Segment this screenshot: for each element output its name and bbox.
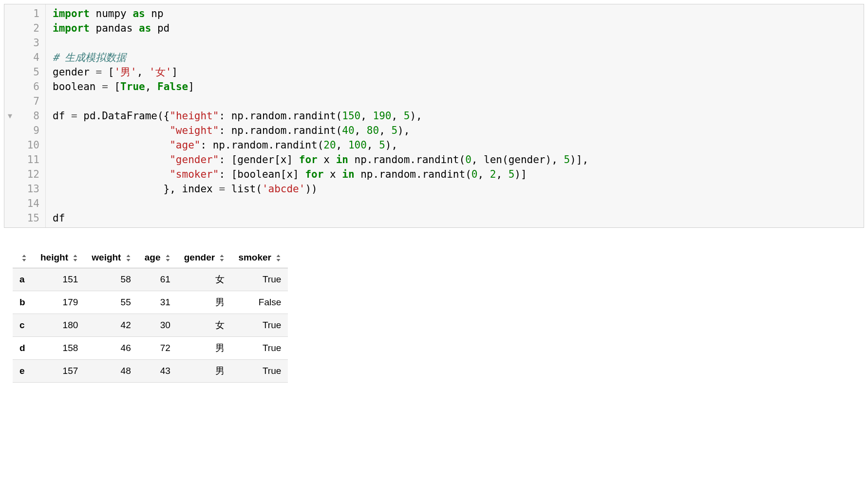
line-number: 10 (4, 138, 45, 152)
cell-age: 72 (138, 337, 177, 360)
column-header-weight[interactable]: weight (85, 247, 137, 268)
cell-smoker: True (231, 268, 288, 291)
row-index: a (13, 268, 34, 291)
row-index: b (13, 291, 34, 314)
cell-age: 31 (138, 291, 177, 314)
index-header[interactable] (13, 247, 34, 268)
line-number: 7 (4, 94, 45, 109)
line-number: 1 (4, 6, 45, 21)
table-row: c1804230女True (13, 314, 288, 337)
row-index: d (13, 337, 34, 360)
sort-icon[interactable] (126, 254, 131, 262)
cell-weight: 58 (85, 268, 137, 291)
column-header-gender[interactable]: gender (177, 247, 232, 268)
line-number: ▼8 (4, 109, 45, 123)
cell-height: 180 (34, 314, 85, 337)
column-header-height[interactable]: height (34, 247, 85, 268)
line-number: 12 (4, 167, 45, 182)
dataframe-output: height weight age gender smoker a1515861… (13, 247, 864, 383)
sort-icon[interactable] (276, 254, 281, 262)
cell-weight: 42 (85, 314, 137, 337)
table-row: b1795531男False (13, 291, 288, 314)
line-number: 5 (4, 65, 45, 79)
cell-smoker: True (231, 337, 288, 360)
code-editor[interactable]: import numpy as np import pandas as pd #… (46, 4, 864, 227)
cell-gender: 女 (177, 268, 232, 291)
cell-height: 157 (34, 360, 85, 383)
sort-icon[interactable] (219, 254, 225, 262)
cell-smoker: False (231, 291, 288, 314)
line-number: 15 (4, 211, 45, 225)
cell-weight: 48 (85, 360, 137, 383)
code-cell: 1 2 3 4 5 6 7 ▼8 9 10 11 12 13 14 15 imp… (4, 4, 864, 228)
line-number: 6 (4, 79, 45, 94)
table-row: e1574843男True (13, 360, 288, 383)
row-index: c (13, 314, 34, 337)
cell-height: 179 (34, 291, 85, 314)
line-gutter: 1 2 3 4 5 6 7 ▼8 9 10 11 12 13 14 15 (4, 4, 46, 227)
dataframe-table: height weight age gender smoker a1515861… (13, 247, 288, 383)
line-number: 9 (4, 123, 45, 138)
cell-smoker: True (231, 314, 288, 337)
line-number: 14 (4, 196, 45, 211)
line-number: 3 (4, 36, 45, 50)
table-row: d1584672男True (13, 337, 288, 360)
cell-gender: 男 (177, 360, 232, 383)
sort-icon[interactable] (21, 254, 27, 262)
cell-gender: 男 (177, 291, 232, 314)
cell-age: 61 (138, 268, 177, 291)
row-index: e (13, 360, 34, 383)
column-header-smoker[interactable]: smoker (231, 247, 288, 268)
sort-icon[interactable] (73, 254, 78, 262)
cell-gender: 男 (177, 337, 232, 360)
line-number: 4 (4, 50, 45, 65)
column-header-age[interactable]: age (138, 247, 177, 268)
line-number: 2 (4, 21, 45, 36)
cell-age: 30 (138, 314, 177, 337)
cell-smoker: True (231, 360, 288, 383)
cell-height: 151 (34, 268, 85, 291)
sort-icon[interactable] (165, 254, 170, 262)
cell-age: 43 (138, 360, 177, 383)
cell-weight: 46 (85, 337, 137, 360)
line-number: 13 (4, 182, 45, 196)
fold-icon[interactable]: ▼ (8, 109, 12, 123)
table-row: a1515861女True (13, 268, 288, 291)
cell-height: 158 (34, 337, 85, 360)
line-number: 11 (4, 152, 45, 167)
cell-gender: 女 (177, 314, 232, 337)
cell-weight: 55 (85, 291, 137, 314)
